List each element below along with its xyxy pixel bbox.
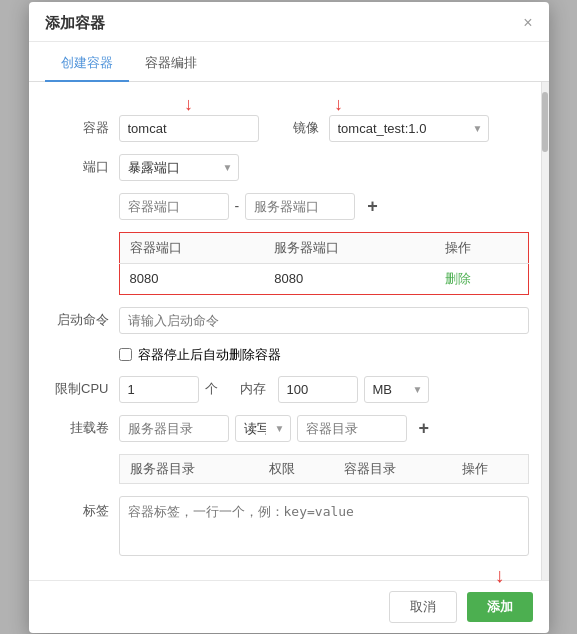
port-row-server-port: 8080 bbox=[264, 263, 434, 294]
table-row: 8080 8080 删除 bbox=[119, 263, 528, 294]
cpu-unit: 个 bbox=[205, 380, 218, 398]
mount-server-input[interactable] bbox=[119, 415, 229, 442]
port-expose-row: 端口 暴露端口 ▼ bbox=[49, 154, 529, 181]
expose-select-wrapper: 暴露端口 ▼ bbox=[119, 154, 239, 181]
modal-header: 添加容器 × bbox=[29, 2, 549, 42]
mirror-arrow-icon: ↓ bbox=[334, 94, 343, 115]
container-port-input[interactable] bbox=[119, 193, 229, 220]
server-port-input[interactable] bbox=[245, 193, 355, 220]
cpu-mem-row: 限制CPU 个 内存 MB GB ▼ bbox=[49, 376, 529, 403]
mirror-label: 镜像 bbox=[269, 119, 319, 137]
modal-body: ↓ ↓ 容器 镜像 tomcat_test:1.0 ▼ bbox=[29, 82, 549, 580]
port-delete-button[interactable]: 删除 bbox=[445, 270, 471, 288]
mem-unit-select[interactable]: MB GB bbox=[364, 376, 429, 403]
add-button[interactable]: 添加 bbox=[467, 592, 533, 622]
mount-table-header-server: 服务器目录 bbox=[119, 454, 259, 483]
modal-title: 添加容器 bbox=[45, 14, 105, 33]
mem-label: 内存 bbox=[240, 380, 266, 398]
scrollbar-thumb[interactable] bbox=[542, 92, 548, 152]
mount-table-header-perm: 权限 bbox=[259, 454, 334, 483]
tab-bar: 创建容器 容器编排 bbox=[29, 46, 549, 82]
mount-table-wrapper: 服务器目录 权限 容器目录 操作 bbox=[119, 454, 529, 484]
tag-textarea[interactable] bbox=[119, 496, 529, 556]
mount-add-button[interactable]: + bbox=[413, 416, 436, 441]
mount-container-input[interactable] bbox=[297, 415, 407, 442]
cancel-button[interactable]: 取消 bbox=[389, 591, 457, 623]
tab-container-orchestration[interactable]: 容器编排 bbox=[129, 46, 213, 82]
mount-table: 服务器目录 权限 容器目录 操作 bbox=[119, 454, 529, 484]
mount-table-header-action: 操作 bbox=[452, 454, 528, 483]
port-table-header-action: 操作 bbox=[435, 232, 528, 263]
port-separator: - bbox=[235, 198, 240, 214]
tag-label: 标签 bbox=[49, 502, 109, 520]
container-input[interactable] bbox=[119, 115, 259, 142]
mount-input-group: 读写 只读 ▼ + bbox=[119, 415, 436, 442]
port-table-header-container: 容器端口 bbox=[119, 232, 264, 263]
modal-footer: 取消 ↓ 添加 bbox=[29, 580, 549, 633]
mount-row: 挂载卷 读写 只读 ▼ + bbox=[49, 415, 529, 442]
mem-input[interactable] bbox=[278, 376, 358, 403]
container-label: 容器 bbox=[49, 119, 109, 137]
port-label: 端口 bbox=[49, 158, 109, 176]
cmd-label: 启动命令 bbox=[49, 311, 109, 329]
cmd-row: 启动命令 bbox=[49, 307, 529, 334]
mount-rw-select[interactable]: 读写 只读 bbox=[235, 415, 291, 442]
mirror-select[interactable]: tomcat_test:1.0 bbox=[329, 115, 489, 142]
port-table-header-server: 服务器端口 bbox=[264, 232, 434, 263]
mount-label: 挂载卷 bbox=[49, 419, 109, 437]
port-table-wrapper: 容器端口 服务器端口 操作 8080 8080 删除 bbox=[119, 232, 529, 295]
add-container-modal: 添加容器 × 创建容器 容器编排 ↓ ↓ bbox=[29, 2, 549, 633]
mount-table-header-container: 容器目录 bbox=[334, 454, 452, 483]
scrollbar-track[interactable] bbox=[541, 82, 549, 580]
port-row-container-port: 8080 bbox=[119, 263, 264, 294]
cpu-input[interactable] bbox=[119, 376, 199, 403]
add-arrow-icon: ↓ bbox=[495, 564, 505, 587]
cmd-input[interactable] bbox=[119, 307, 529, 334]
tag-row: 标签 bbox=[49, 496, 529, 556]
close-button[interactable]: × bbox=[523, 15, 532, 31]
cpu-label: 限制CPU bbox=[49, 380, 109, 398]
tab-create-container[interactable]: 创建容器 bbox=[45, 46, 129, 82]
port-input-group: - + bbox=[119, 193, 384, 220]
port-add-button[interactable]: + bbox=[361, 194, 384, 219]
auto-delete-label: 容器停止后自动删除容器 bbox=[138, 346, 281, 364]
container-mirror-row: 容器 镜像 tomcat_test:1.0 ▼ bbox=[49, 115, 529, 142]
port-table: 容器端口 服务器端口 操作 8080 8080 删除 bbox=[119, 232, 529, 295]
auto-delete-checkbox[interactable] bbox=[119, 348, 132, 361]
cpu-input-group: 个 内存 MB GB ▼ bbox=[119, 376, 429, 403]
expose-port-select[interactable]: 暴露端口 bbox=[119, 154, 239, 181]
mirror-select-wrapper: tomcat_test:1.0 ▼ bbox=[329, 115, 489, 142]
container-arrow-icon: ↓ bbox=[184, 94, 193, 115]
auto-delete-row: 容器停止后自动删除容器 bbox=[119, 346, 529, 364]
mount-rw-wrapper: 读写 只读 ▼ bbox=[235, 415, 291, 442]
port-inputs-row: - + bbox=[119, 193, 529, 220]
mem-unit-wrapper: MB GB ▼ bbox=[364, 376, 429, 403]
